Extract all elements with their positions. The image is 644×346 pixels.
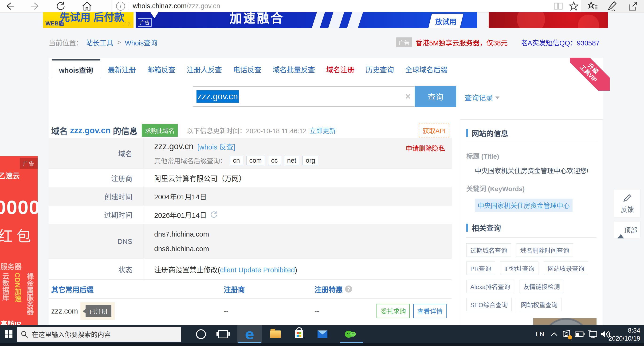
search-button[interactable]: 查询	[415, 86, 456, 107]
entrust-buy-button[interactable]: 委托求购	[376, 304, 410, 318]
info-domain-link[interactable]: zzz.gov.cn	[70, 126, 110, 135]
related-index-query[interactable]: 网站收录查询	[544, 261, 588, 275]
related-expired-domain[interactable]: 过期域名查询	[466, 243, 511, 257]
breadcrumb-home-link[interactable]: 站长工具	[86, 37, 113, 47]
hub-favorites-icon[interactable]	[586, 0, 600, 12]
tab-global-suffix[interactable]: 全球域名后缀	[405, 64, 448, 74]
related-friendlink-check[interactable]: 友情链接检测	[519, 280, 564, 293]
ad-banner-yellow[interactable]: 先试用 后付款 WEB盾 广告	[43, 12, 134, 28]
task-view-icon	[218, 330, 228, 338]
web-note-pen-icon[interactable]	[605, 0, 619, 12]
created-value: 2004年01月14日	[154, 191, 452, 202]
update-time-text: 以下信息更新时间：2020-10-18 11:46:12	[186, 126, 306, 135]
heading-accent-bar	[466, 224, 468, 232]
whois-reverse-link[interactable]: [whois 反查]	[197, 141, 235, 151]
battery-icon[interactable]	[574, 325, 586, 343]
header-ad-offer-link[interactable]: 香港5M独享云服务器，仅38元	[416, 37, 508, 47]
suffix-chip-cn[interactable]: cn	[230, 156, 243, 165]
tab-registrant-reverse[interactable]: 注册人反查	[186, 64, 222, 74]
home-icon[interactable]	[80, 0, 94, 12]
thumbnail-manhole-image[interactable]	[533, 318, 596, 325]
windows-logo-icon	[5, 330, 12, 338]
vip-ribbon[interactable]: 升级工具VIP	[570, 58, 610, 91]
tab-batch-reverse[interactable]: 域名批量反查	[273, 64, 315, 74]
search-history-dropdown[interactable]: 查询记录	[465, 92, 500, 102]
refresh-icon[interactable]	[54, 0, 68, 12]
registrar-cell: --	[224, 307, 228, 315]
status-link[interactable]: client Update Prohibited	[220, 266, 295, 274]
yellow-banner-brand: WEB盾	[45, 19, 64, 27]
tab-domain-register[interactable]: 域名注册	[326, 64, 354, 74]
tab-whois-active[interactable]: whois查询	[52, 59, 100, 79]
tab-email-reverse[interactable]: 邮箱反查	[147, 64, 175, 74]
site-info-icon[interactable]: i	[116, 2, 125, 11]
suffix-chip-cc[interactable]: cc	[268, 156, 281, 165]
sync-status-icon[interactable]	[560, 325, 574, 343]
suffix-chip-org[interactable]: org	[302, 156, 318, 165]
language-indicator[interactable]: EN	[534, 325, 546, 343]
taskbar-store-button[interactable]	[288, 325, 309, 343]
network-icon[interactable]	[586, 325, 599, 343]
table-row-dns: DNS dns7.hichina.com dns8.hichina.com	[49, 224, 452, 259]
help-icon[interactable]: ?	[345, 285, 352, 293]
start-button[interactable]	[0, 325, 17, 343]
left-ad-banner[interactable]: 广告 乙速云 0000 红包 服务器 云数据库 CDN加速 裸金属服务器 高防I…	[0, 156, 38, 325]
breadcrumb: 当前位置： 站长工具 > Whois查询 广告 香港5M独享云服务器，仅38元 …	[49, 37, 603, 48]
dns2-value: dns8.hichina.com	[154, 242, 452, 256]
left-ad-redpacket: 红包	[0, 225, 35, 246]
update-now-link[interactable]: 立即更新	[309, 126, 336, 135]
domain-search-input[interactable]: zzz.gov.cn ×	[193, 86, 415, 107]
related-delete-time[interactable]: 域名删除时间查询	[516, 243, 573, 257]
suffix-chip-net[interactable]: net	[284, 156, 300, 165]
blue-banner-headline: 加速融合	[230, 12, 284, 26]
share-icon[interactable]	[626, 0, 640, 12]
taskbar-mail-button[interactable]	[312, 325, 333, 343]
view-detail-button[interactable]: 查看详情	[413, 304, 446, 318]
reading-view-icon[interactable]	[554, 2, 563, 10]
floating-rail: 反馈 顶部	[614, 189, 641, 242]
ad-banner-blue[interactable]: 加速融合 广告 放试用	[136, 12, 477, 28]
tab-phone-reverse[interactable]: 电话反查	[233, 64, 261, 74]
related-seo-query[interactable]: SEO综合查询	[466, 298, 512, 311]
hidden-icons-chevron[interactable]	[548, 325, 560, 343]
blue-banner-trial-button[interactable]: 放试用	[426, 14, 463, 28]
thumbnail-person-image[interactable]	[466, 318, 530, 325]
delete-privacy-link[interactable]: 申请删除隐私	[406, 143, 445, 153]
favorite-star-icon[interactable]	[569, 2, 578, 11]
banner-decoration	[578, 15, 599, 28]
suffix-chip-com[interactable]: com	[246, 156, 265, 165]
ad-banner-red[interactable]	[489, 12, 608, 28]
clock-date: 2020/10/19	[605, 334, 640, 342]
get-api-button[interactable]: 获取API	[419, 124, 450, 137]
tab-history-query[interactable]: 历史查询	[366, 64, 394, 74]
taskbar-explorer-button[interactable]	[265, 325, 286, 343]
taskbar-wechat-button[interactable]	[336, 325, 361, 343]
breadcrumb-current[interactable]: Whois查询	[125, 37, 158, 47]
task-view-button[interactable]	[215, 325, 231, 343]
back-icon[interactable]	[3, 0, 17, 12]
related-weight-query[interactable]: 网站权重查询	[517, 298, 562, 311]
top-label: 顶部	[624, 227, 637, 234]
taskbar-search-box[interactable]: 在这里输入你要搜索的内容	[17, 327, 181, 342]
buy-domain-badge[interactable]: 求购此域名	[142, 124, 178, 137]
keyword-link[interactable]: 中央国家机关住房资金管理中心	[475, 199, 572, 212]
related-pr-query[interactable]: PR查询	[466, 261, 495, 275]
related-ip-query[interactable]: IP地址查询	[500, 261, 538, 275]
table-row: zzz.com 已注册 -- -- 委托求购 查看详情	[49, 299, 452, 323]
address-bar[interactable]: i whois.chinaz.com/zzz.gov.cn	[112, 0, 581, 12]
forward-icon[interactable]	[28, 0, 42, 12]
back-to-top-button[interactable]: 顶部	[614, 221, 641, 238]
taskbar: 在这里输入你要搜索的内容 e EN	[0, 325, 644, 346]
related-alexa-query[interactable]: Alexa排名查询	[466, 280, 514, 293]
taskbar-edge-button[interactable]: e	[238, 325, 262, 343]
banner-decoration	[311, 12, 326, 28]
header-ad-qq-link[interactable]: 老A实发短信QQ：930587	[521, 37, 600, 47]
cortana-button[interactable]	[193, 325, 209, 343]
clear-input-icon[interactable]: ×	[405, 92, 411, 101]
related-query-chips: 过期域名查询 域名删除时间查询 PR查询 IP地址查询 网站收录查询 Alexa…	[466, 243, 596, 311]
tab-latest-registered[interactable]: 最新注册	[108, 64, 136, 74]
feedback-button[interactable]: 反馈	[614, 189, 641, 218]
taskbar-clock[interactable]: 8:34 2020/10/19	[605, 326, 640, 342]
top-arrow-icon	[618, 227, 624, 238]
refresh-expire-icon[interactable]	[210, 211, 218, 219]
